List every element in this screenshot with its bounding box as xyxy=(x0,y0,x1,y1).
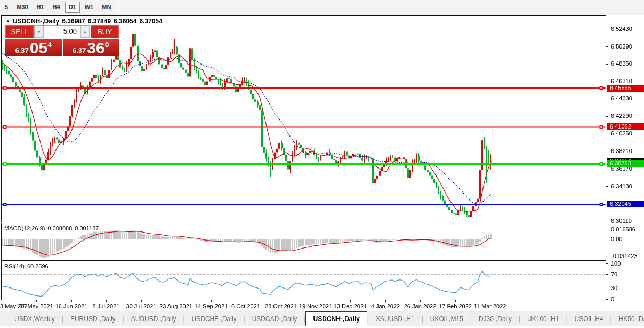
timeframe-h4[interactable]: H4 xyxy=(49,2,64,13)
rsi-axis-label: 30 xyxy=(611,285,617,292)
timeframe-h1[interactable]: H1 xyxy=(33,2,48,13)
price-axis-label: 6.30110 xyxy=(611,218,632,225)
ohlc-high: 6.37849 xyxy=(88,18,111,25)
date-label: 4 Jan 2022 xyxy=(371,303,400,310)
timeframe-toolbar: 5M30H1H4D1W1MN xyxy=(0,0,644,14)
rsi-label: RSI(14)60.2596 xyxy=(4,263,49,269)
price-axis-label: 6.42290 xyxy=(611,113,632,119)
macd-signal-value: 0.001187 xyxy=(75,225,99,231)
timeframe-5[interactable]: 5 xyxy=(1,2,12,13)
price-axis-label: 6.40250 xyxy=(611,130,632,137)
ohlc-low: 6.36054 xyxy=(114,18,136,25)
hline-price-badge: 6.41052 xyxy=(607,123,644,130)
chart-title: ▲USDCNH-,Daily6.369876.378496.360546.370… xyxy=(6,18,163,25)
date-label: 19 Nov 2021 xyxy=(299,303,332,310)
hline-price-badge: 6.36753 xyxy=(607,160,644,167)
volume-decrement-button[interactable]: ▼ xyxy=(35,26,44,38)
date-label: 6 Oct 2021 xyxy=(231,303,260,310)
date-label: 16 Jun 2021 xyxy=(55,303,88,310)
macd-axis-label: 0.00 xyxy=(611,236,622,243)
tab-uk100-h1[interactable]: UK100-,H1 xyxy=(520,311,566,326)
date-label: 26 Jan 2022 xyxy=(404,303,437,310)
macd-main-value: 0.008088 xyxy=(47,225,72,231)
collapse-triangle-icon: ▲ xyxy=(6,19,10,23)
tab-hk50-daily[interactable]: HK50-,Daily xyxy=(612,311,644,326)
price-axis-label: 6.34130 xyxy=(611,183,632,190)
rsi-name: RSI(14) xyxy=(4,263,25,269)
one-click-trading-panel: SELL ▼ 5.00 ▲ BUY 6.37 05 4 6.37 36 0 xyxy=(5,25,119,56)
ohlc-open: 6.36987 xyxy=(62,18,85,25)
tab-usdcad-daily[interactable]: USDCAD-,Daily xyxy=(245,311,304,326)
date-label: 17 Feb 2022 xyxy=(439,303,472,310)
symbol-period-label: USDCNH-,Daily xyxy=(13,18,59,25)
price-axis-label: 6.46310 xyxy=(611,78,632,85)
sell-price-pip-digit: 4 xyxy=(47,41,52,56)
macd-name: MACD(12,26,9) xyxy=(4,225,45,231)
buy-button[interactable]: BUY xyxy=(91,25,119,38)
macd-label: MACD(12,26,9)0.0080880.001187 xyxy=(4,225,99,231)
buy-price-prefix: 6.37 xyxy=(73,46,86,54)
tab-eurusd-daily[interactable]: EURUSD-,Daily xyxy=(63,311,123,326)
tab-usdchf-daily[interactable]: USDCHF-,Daily xyxy=(185,311,244,326)
tab-usdx-weekly[interactable]: USDX,Weekly xyxy=(7,311,62,326)
rsi-axis-label: 0 xyxy=(611,296,614,303)
date-label: 8 Jul 2021 xyxy=(93,303,120,310)
buy-price-display[interactable]: 6.37 36 0 xyxy=(63,39,119,56)
volume-spinner: ▼ 5.00 ▲ xyxy=(34,25,90,38)
tab-ukoil-m15[interactable]: UKOil-,M15 xyxy=(423,311,470,326)
tab-xauusd-h1[interactable]: XAUUSD-,H1 xyxy=(369,311,422,326)
date-label: 11 Mar 2022 xyxy=(474,303,506,310)
volume-input[interactable]: 5.00 xyxy=(44,26,80,38)
hline-price-badge: 6.45555 xyxy=(607,85,644,92)
price-axis-label: 6.38210 xyxy=(611,148,632,155)
price-axis-label: 6.44330 xyxy=(611,95,632,102)
up-arrow-icon: ▲ xyxy=(83,30,87,34)
volume-increment-button[interactable]: ▲ xyxy=(80,26,90,38)
price-axis-label: 6.48350 xyxy=(611,60,632,67)
sell-price-big-digits: 05 xyxy=(30,40,47,56)
date-label: 25 May 2021 xyxy=(19,303,53,310)
price-axis-label: 6.52430 xyxy=(611,26,632,33)
timeframe-d1[interactable]: D1 xyxy=(65,2,80,13)
rsi-axis-label: 100 xyxy=(611,260,621,267)
buy-price-big-digits: 36 xyxy=(87,40,104,56)
tab-audusd-daily[interactable]: AUDUSD-,Daily xyxy=(124,311,183,326)
timeframe-m30[interactable]: M30 xyxy=(13,2,31,13)
date-label: 13 Dec 2021 xyxy=(334,303,367,310)
hline-price-badge: 6.32045 xyxy=(607,201,644,207)
date-label: 28 Oct 2021 xyxy=(265,303,297,310)
macd-axis-label: 0.016586 xyxy=(611,226,635,233)
rsi-axis-label: 70 xyxy=(611,271,617,278)
sell-price-prefix: 6.37 xyxy=(15,46,29,54)
timeframe-mn[interactable]: MN xyxy=(98,2,115,13)
macd-axis-label: -0.031423 xyxy=(611,253,638,260)
sell-button[interactable]: SELL xyxy=(5,25,34,38)
date-label: 23 Aug 2021 xyxy=(159,303,192,310)
sell-price-display[interactable]: 6.37 05 4 xyxy=(5,39,62,56)
tab-usoil-h4[interactable]: USOil-,H4 xyxy=(568,311,610,326)
timeframe-w1[interactable]: W1 xyxy=(81,2,98,13)
price-axis-label: 6.50390 xyxy=(611,43,632,50)
down-arrow-icon: ▼ xyxy=(37,30,41,34)
date-label: 14 Sep 2021 xyxy=(195,303,228,310)
rsi-value: 60.2596 xyxy=(27,263,49,269)
chart-tabs: USDX,Weekly|EURUSD-,Daily|AUDUSD-,Daily|… xyxy=(0,311,644,326)
ohlc-close: 6.37054 xyxy=(139,18,162,25)
date-label: 30 Jul 2021 xyxy=(126,303,157,310)
tab-dj30-daily[interactable]: DJ30-,Daily xyxy=(472,311,519,326)
tab-usdcnh-daily[interactable]: USDCNH-,Daily xyxy=(305,311,367,326)
buy-price-pip-digit: 0 xyxy=(105,41,109,56)
toolbar-separator xyxy=(118,2,119,12)
